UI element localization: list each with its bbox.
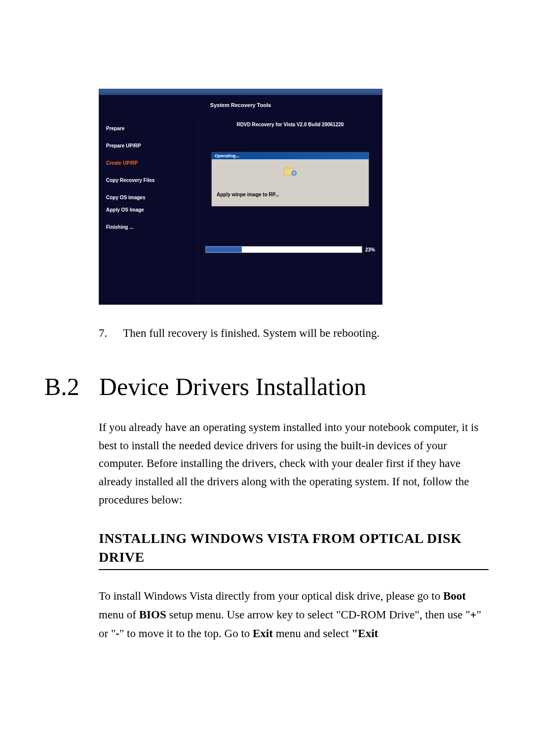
progress-bar xyxy=(205,246,362,253)
p2-b3: + xyxy=(470,609,477,621)
window-title: System Recovery Tools xyxy=(99,95,382,117)
p2-b6: "Exit xyxy=(352,627,379,640)
operating-dialog-title: Operating... xyxy=(212,152,369,159)
sidebar-step-apply-os: Apply OS Image xyxy=(106,207,191,213)
p2-t6: menu and select xyxy=(273,627,352,640)
recovery-screenshot: System Recovery Tools Prepare Prepare UP… xyxy=(99,89,489,305)
progress-percent: 23% xyxy=(365,247,375,252)
p2-b4: - xyxy=(115,627,119,640)
sidebar-step-prepare: Prepare xyxy=(106,126,191,131)
p2-t5: " to move it to the top. Go to xyxy=(119,627,253,640)
folder-transfer-icon xyxy=(283,165,297,177)
sidebar-step-finishing: Finishing ... xyxy=(106,224,191,230)
section-title: Device Drivers Installation xyxy=(99,372,366,401)
sidebar-step-copy-recovery: Copy Recovery Files xyxy=(106,178,191,183)
sidebar-step-prepare-uprp: Prepare UP/RP xyxy=(106,143,191,148)
section-number: B.2 xyxy=(44,372,79,401)
progress-row: 23% xyxy=(205,246,375,253)
operating-dialog-content: Apply winpe image to RP... xyxy=(212,159,369,206)
window-titlebar xyxy=(99,89,382,95)
progress-bar-fill xyxy=(206,247,242,252)
sidebar-step-copy-os: Copy OS images xyxy=(106,195,191,200)
step-text: Then full recovery is finished. System w… xyxy=(123,324,380,343)
step-number: 7. xyxy=(99,324,107,343)
p2-b2: BIOS xyxy=(139,609,166,621)
operating-dialog: Operating... Apply winpe image to RP... xyxy=(211,152,369,207)
operating-dialog-message: Apply winpe image to RP... xyxy=(217,192,364,197)
recovery-main-title: RDVD Recovery for Vista V2.0 Build 20061… xyxy=(205,122,375,127)
p2-t1: To install Windows Vista directly from y… xyxy=(99,590,443,602)
install-paragraph: To install Windows Vista directly from y… xyxy=(99,587,489,643)
recovery-window: System Recovery Tools Prepare Prepare UP… xyxy=(99,89,382,305)
svg-rect-1 xyxy=(284,167,288,169)
intro-paragraph: If you already have an operating system … xyxy=(99,419,489,509)
p2-b5: Exit xyxy=(253,627,273,640)
recovery-main: RDVD Recovery for Vista V2.0 Build 20061… xyxy=(198,117,382,304)
recovery-sidebar: Prepare Prepare UP/RP Create UP/RP Copy … xyxy=(99,117,198,304)
p2-t2: menu of xyxy=(99,609,139,621)
sidebar-step-create-uprp: Create UP/RP xyxy=(106,160,191,166)
p2-b1: Boot xyxy=(443,590,466,602)
step-7: 7. Then full recovery is finished. Syste… xyxy=(99,324,489,343)
p2-t3: setup menu. Use arrow key to select "CD-… xyxy=(166,609,470,621)
recovery-body: Prepare Prepare UP/RP Create UP/RP Copy … xyxy=(99,117,382,304)
subheading-installing-vista: INSTALLING WINDOWS VISTA FROM OPTICAL DI… xyxy=(99,529,489,571)
section-heading: B.2 Device Drivers Installation xyxy=(44,372,489,401)
